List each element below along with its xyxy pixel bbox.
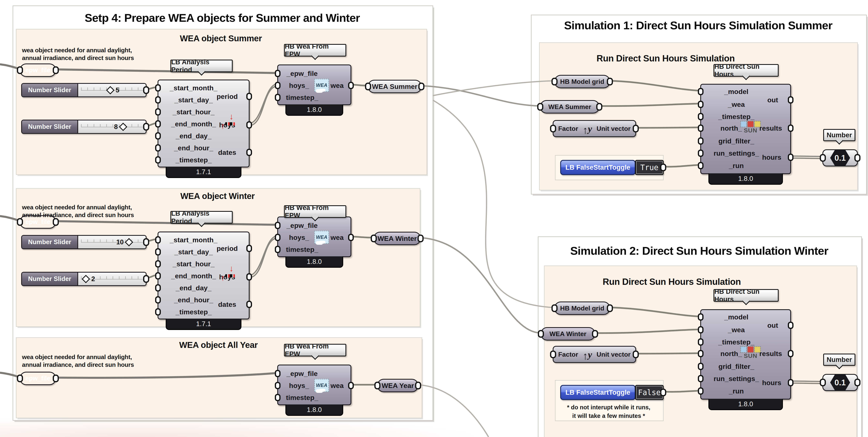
output-notch[interactable] bbox=[633, 350, 639, 358]
port-hoys[interactable] bbox=[246, 121, 252, 129]
port-end-hour[interactable] bbox=[155, 144, 161, 152]
param-hb-model-grid-sim2[interactable]: HB Model grid bbox=[554, 302, 610, 315]
param-epw-file-summer[interactable]: epw_file bbox=[20, 64, 56, 77]
param-wea-summer[interactable]: WEA Summer bbox=[368, 80, 422, 93]
port-hoys[interactable] bbox=[275, 234, 280, 241]
output-notch[interactable] bbox=[143, 123, 149, 131]
component-hb-direct-sun-hours-sim2[interactable]: _model _wea _timestep_ north_ grid_filte… bbox=[700, 309, 791, 400]
input-notch[interactable] bbox=[552, 78, 558, 86]
output-notch[interactable] bbox=[53, 218, 59, 226]
port-start-hour[interactable] bbox=[155, 260, 161, 268]
port-wea[interactable] bbox=[348, 234, 354, 241]
param-wea-year[interactable]: WEA Year bbox=[377, 379, 418, 392]
input-notch[interactable] bbox=[17, 374, 23, 382]
port-hoys[interactable] bbox=[246, 273, 252, 280]
output-notch[interactable] bbox=[855, 379, 861, 386]
output-notch[interactable] bbox=[53, 66, 59, 74]
slider-track[interactable]: 10 bbox=[78, 236, 146, 248]
component-hb-direct-sun-hours-sim1[interactable]: _model _wea _timestep_ north_ grid_filte… bbox=[700, 84, 791, 174]
input-notch[interactable] bbox=[552, 304, 558, 312]
input-notch[interactable] bbox=[17, 66, 23, 74]
port-epw-file[interactable] bbox=[275, 70, 280, 77]
port-wea[interactable] bbox=[348, 82, 354, 89]
output-notch[interactable] bbox=[660, 164, 666, 171]
port-end-month[interactable] bbox=[155, 120, 161, 128]
param-number-sim1[interactable]: 0.1 bbox=[823, 149, 858, 166]
port-timestep[interactable] bbox=[155, 308, 161, 315]
component-hb-wea-from-epw-allyear[interactable]: _epw_file hoys_ timestep_ WEA wea 1.8.0 bbox=[277, 365, 351, 405]
port-start-month[interactable] bbox=[155, 84, 161, 92]
port-epw-file[interactable] bbox=[275, 222, 280, 229]
port-out[interactable] bbox=[788, 322, 794, 329]
port-hoys[interactable] bbox=[275, 82, 280, 89]
component-unit-vector-sim2[interactable]: Factor ↑y Unit vector bbox=[553, 346, 636, 363]
port-wea[interactable] bbox=[348, 382, 354, 389]
output-notch[interactable] bbox=[418, 82, 425, 90]
port-results[interactable] bbox=[788, 350, 794, 357]
port-start-month[interactable] bbox=[155, 236, 161, 243]
port-start-hour[interactable] bbox=[155, 108, 161, 115]
param-wea-summer-sim1[interactable]: WEA Summer bbox=[540, 100, 600, 113]
port-model[interactable] bbox=[698, 88, 704, 95]
input-notch[interactable] bbox=[374, 382, 380, 390]
input-notch[interactable] bbox=[820, 154, 826, 162]
port-dates[interactable] bbox=[246, 149, 252, 156]
port-timestep[interactable] bbox=[155, 156, 161, 164]
port-wea[interactable] bbox=[698, 326, 704, 333]
slider-summer-start-month[interactable]: Number Slider 5 bbox=[21, 83, 147, 97]
slider-winter-end-month[interactable]: Number Slider 2 bbox=[21, 272, 147, 286]
slider-winter-start-month[interactable]: Number Slider 10 bbox=[21, 235, 147, 249]
port-period[interactable] bbox=[246, 93, 252, 100]
port-end-day[interactable] bbox=[155, 284, 161, 292]
port-north[interactable] bbox=[698, 350, 704, 357]
port-wea[interactable] bbox=[698, 101, 704, 108]
output-notch[interactable] bbox=[855, 154, 861, 162]
port-run[interactable] bbox=[698, 388, 704, 395]
port-start-day[interactable] bbox=[155, 248, 161, 256]
param-wea-winter[interactable]: WEA Winter bbox=[373, 232, 421, 245]
port-run-settings[interactable] bbox=[698, 149, 704, 157]
slider-diamond[interactable] bbox=[119, 123, 127, 131]
input-notch[interactable] bbox=[538, 330, 544, 338]
output-notch[interactable] bbox=[143, 86, 149, 94]
input-notch[interactable] bbox=[550, 125, 556, 132]
port-run-settings[interactable] bbox=[698, 375, 704, 382]
port-timestep[interactable] bbox=[698, 113, 704, 120]
port-start-day[interactable] bbox=[155, 96, 161, 104]
output-notch[interactable] bbox=[415, 382, 421, 390]
toggle-falsestart-sim2[interactable]: LB FalseStartToggle bbox=[560, 385, 636, 400]
slider-grip[interactable]: 10 bbox=[116, 238, 132, 246]
output-notch[interactable] bbox=[633, 125, 639, 132]
toggle-value-sim2[interactable]: False bbox=[635, 385, 663, 400]
port-timestep[interactable] bbox=[275, 246, 280, 253]
port-model[interactable] bbox=[698, 313, 704, 321]
port-results[interactable] bbox=[788, 125, 794, 132]
component-lb-analysis-period-winter[interactable]: _start_month_ _start_day_ _start_hour_ _… bbox=[158, 232, 250, 320]
input-notch[interactable] bbox=[371, 235, 377, 242]
port-timestep[interactable] bbox=[275, 94, 280, 101]
port-end-hour[interactable] bbox=[155, 296, 161, 304]
output-notch[interactable] bbox=[592, 330, 598, 338]
port-run[interactable] bbox=[698, 162, 704, 169]
output-notch[interactable] bbox=[607, 78, 613, 86]
slider-diamond[interactable] bbox=[106, 86, 115, 94]
port-grid-filter[interactable] bbox=[698, 363, 704, 370]
param-wea-winter-sim2[interactable]: WEA Winter bbox=[540, 327, 595, 341]
param-hb-model-grid-sim1[interactable]: HB Model grid bbox=[554, 75, 610, 88]
slider-grip[interactable]: 2 bbox=[83, 275, 95, 283]
toggle-falsestart-sim1[interactable]: LB FalseStartToggle bbox=[560, 160, 636, 175]
component-lb-analysis-period-summer[interactable]: _start_month_ _start_day_ _start_hour_ _… bbox=[158, 79, 250, 167]
port-hours[interactable] bbox=[788, 379, 794, 386]
port-timestep[interactable] bbox=[698, 338, 704, 346]
output-notch[interactable] bbox=[596, 103, 602, 111]
output-notch[interactable] bbox=[607, 304, 613, 312]
input-notch[interactable] bbox=[17, 218, 23, 226]
slider-diamond[interactable] bbox=[125, 238, 133, 246]
output-notch[interactable] bbox=[143, 275, 149, 283]
param-epw-file-winter[interactable]: epw_file bbox=[20, 215, 56, 229]
component-unit-vector-sim1[interactable]: Factor ↑y Unit vector bbox=[553, 120, 636, 137]
port-north[interactable] bbox=[698, 125, 704, 132]
param-number-sim2[interactable]: 0.1 bbox=[823, 374, 858, 391]
output-notch[interactable] bbox=[417, 235, 424, 242]
input-notch[interactable] bbox=[550, 350, 556, 358]
